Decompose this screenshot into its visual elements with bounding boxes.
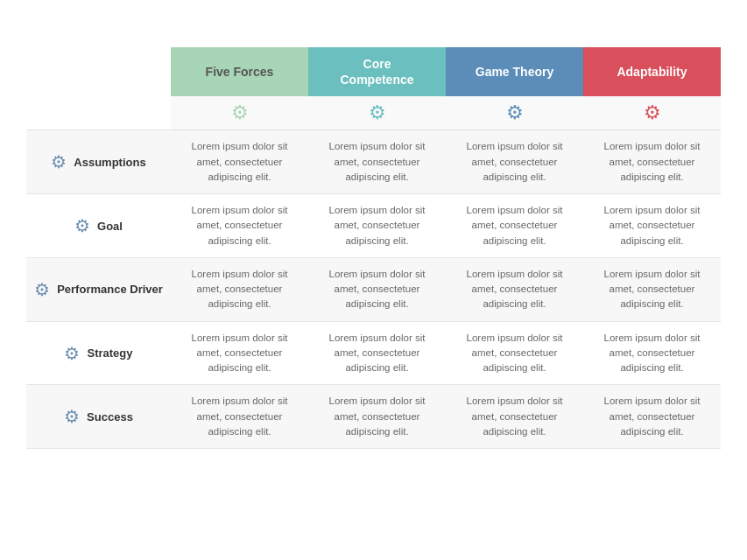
row-label-performance-driver: ⚙ Performance Driver (26, 257, 171, 321)
cell-text: Lorem ipsum dolor sit amet, consectetuer… (178, 394, 301, 439)
row-gear-icon: ⚙ (51, 153, 67, 171)
row-label-text: Goal (97, 220, 123, 233)
row-gear-icon: ⚙ (64, 408, 80, 425)
cell-text: Lorem ipsum dolor sit amet, consectetuer… (453, 139, 576, 185)
row-label-assumptions: ⚙ Assumptions (26, 130, 171, 194)
cell-text: Lorem ipsum dolor sit amet, consectetuer… (178, 267, 301, 312)
row-label-success: ⚙ Success (26, 385, 171, 449)
row-label-text: Performance Driver (57, 283, 163, 296)
cell-text: Lorem ipsum dolor sit amet, consectetuer… (453, 203, 576, 248)
header-icon-game-theory: ⚙ (446, 96, 583, 130)
icon-row-empty (26, 96, 171, 130)
cell-2-0: Lorem ipsum dolor sit amet, consectetuer… (171, 257, 308, 321)
gear-icon: ⚙ (644, 103, 661, 122)
table-row: ⚙ Performance Driver Lorem ipsum dolor s… (26, 257, 721, 321)
cell-text: Lorem ipsum dolor sit amet, consectetuer… (178, 331, 301, 376)
header-icon-core-competence: ⚙ (308, 96, 446, 130)
header-icon-five-forces: ⚙ (171, 96, 308, 130)
row-label-text: Strategy (87, 346, 132, 360)
cell-4-0: Lorem ipsum dolor sit amet, consectetuer… (171, 385, 308, 449)
header-adaptability: Adaptability (583, 47, 721, 96)
row-label-goal: ⚙ Goal (26, 194, 171, 258)
row-label-text: Assumptions (74, 156, 145, 169)
cell-1-3: Lorem ipsum dolor sit amet, consectetuer… (583, 194, 721, 258)
row-gear-icon: ⚙ (64, 345, 80, 362)
cell-0-1: Lorem ipsum dolor sit amet, consectetuer… (308, 130, 446, 194)
cell-0-3: Lorem ipsum dolor sit amet, consectetuer… (583, 130, 721, 194)
header-empty-cell (26, 47, 171, 96)
cell-2-2: Lorem ipsum dolor sit amet, consectetuer… (446, 257, 583, 321)
cell-text: Lorem ipsum dolor sit amet, consectetuer… (315, 267, 439, 312)
row-gear-icon: ⚙ (74, 217, 90, 234)
cell-2-1: Lorem ipsum dolor sit amet, consectetuer… (308, 257, 446, 321)
row-label-text: Success (87, 410, 133, 424)
cell-1-1: Lorem ipsum dolor sit amet, consectetuer… (308, 194, 446, 258)
cell-text: Lorem ipsum dolor sit amet, consectetuer… (590, 267, 714, 312)
table-row: ⚙ Success Lorem ipsum dolor sit amet, co… (26, 385, 721, 449)
cell-3-3: Lorem ipsum dolor sit amet, consectetuer… (583, 321, 721, 385)
cell-text: Lorem ipsum dolor sit amet, consectetuer… (315, 394, 439, 439)
cell-1-0: Lorem ipsum dolor sit amet, consectetuer… (171, 194, 308, 258)
cell-text: Lorem ipsum dolor sit amet, consectetuer… (453, 394, 576, 439)
cell-text: Lorem ipsum dolor sit amet, consectetuer… (590, 203, 714, 248)
header-core-competence: CoreCompetence (308, 47, 446, 96)
header-icon-adaptability: ⚙ (583, 96, 721, 130)
gear-icon: ⚙ (506, 103, 524, 122)
header-five-forces: Five Forces (171, 47, 308, 96)
cell-text: Lorem ipsum dolor sit amet, consectetuer… (178, 139, 301, 185)
table-header: Five ForcesCoreCompetenceGame TheoryAdap… (26, 47, 721, 96)
cell-text: Lorem ipsum dolor sit amet, consectetuer… (315, 203, 439, 248)
table-row: ⚙ Goal Lorem ipsum dolor sit amet, conse… (26, 194, 721, 258)
header-game-theory: Game Theory (446, 47, 583, 96)
cell-0-0: Lorem ipsum dolor sit amet, consectetuer… (171, 130, 308, 194)
gear-icon: ⚙ (231, 103, 249, 122)
cell-1-2: Lorem ipsum dolor sit amet, consectetuer… (446, 194, 583, 258)
cell-4-1: Lorem ipsum dolor sit amet, consectetuer… (308, 385, 446, 449)
cell-text: Lorem ipsum dolor sit amet, consectetuer… (590, 139, 714, 185)
cell-text: Lorem ipsum dolor sit amet, consectetuer… (315, 331, 439, 376)
cell-text: Lorem ipsum dolor sit amet, consectetuer… (590, 394, 714, 439)
table-row: ⚙ Strategy Lorem ipsum dolor sit amet, c… (26, 321, 721, 385)
gear-icon: ⚙ (369, 103, 386, 122)
cell-4-3: Lorem ipsum dolor sit amet, consectetuer… (583, 385, 721, 449)
cell-4-2: Lorem ipsum dolor sit amet, consectetuer… (446, 385, 583, 449)
cell-text: Lorem ipsum dolor sit amet, consectetuer… (453, 331, 576, 376)
cell-text: Lorem ipsum dolor sit amet, consectetuer… (590, 331, 714, 376)
row-label-strategy: ⚙ Strategy (26, 321, 171, 385)
cell-0-2: Lorem ipsum dolor sit amet, consectetuer… (446, 130, 583, 194)
comparison-table: Five ForcesCoreCompetenceGame TheoryAdap… (26, 47, 721, 449)
cell-2-3: Lorem ipsum dolor sit amet, consectetuer… (583, 257, 721, 321)
cell-3-1: Lorem ipsum dolor sit amet, consectetuer… (308, 321, 446, 385)
cell-3-2: Lorem ipsum dolor sit amet, consectetuer… (446, 321, 583, 385)
row-gear-icon: ⚙ (34, 281, 50, 298)
cell-text: Lorem ipsum dolor sit amet, consectetuer… (453, 267, 576, 312)
cell-text: Lorem ipsum dolor sit amet, consectetuer… (178, 203, 301, 248)
cell-text: Lorem ipsum dolor sit amet, consectetuer… (315, 139, 439, 185)
cell-3-0: Lorem ipsum dolor sit amet, consectetuer… (171, 321, 308, 385)
table-row: ⚙ Assumptions Lorem ipsum dolor sit amet… (26, 130, 721, 194)
